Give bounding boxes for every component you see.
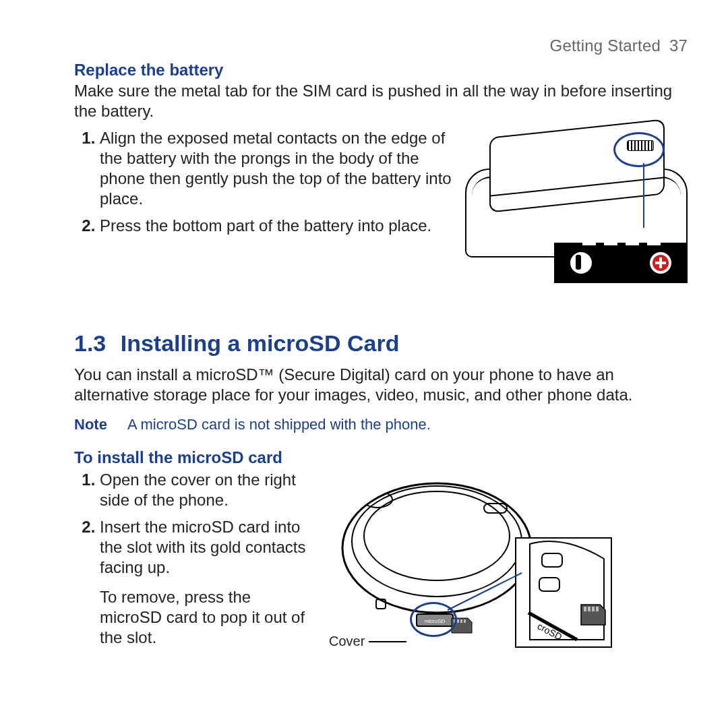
cover-label: Cover: [329, 634, 406, 649]
svg-rect-18: [596, 607, 599, 611]
section-title: 1.3 Installing a microSD Card: [74, 330, 688, 357]
section-name: Installing a microSD Card: [121, 330, 400, 356]
subheading-replace-battery: Replace the battery: [74, 61, 688, 80]
callout-leader-icon: [643, 163, 644, 228]
microsd-steps: Open the cover on the right side of the …: [74, 470, 317, 648]
battery-intro: Make sure the metal tab for the SIM card…: [74, 81, 688, 121]
note-label: Note: [74, 416, 107, 433]
microsd-intro: You can install a microSD™ (Secure Digit…: [74, 365, 688, 405]
manual-page: Getting Started 37 Replace the battery M…: [0, 0, 728, 728]
svg-point-3: [364, 491, 510, 580]
microsd-step-1: Open the cover on the right side of the …: [100, 470, 317, 510]
microsd-step-2-extra: To remove, press the microSD card to pop…: [100, 587, 317, 648]
subheading-install-microsd: To install the microSD card: [74, 448, 688, 467]
figure-microsd: microSD: [329, 470, 612, 652]
polarity-panel-icon: [554, 243, 688, 283]
cover-leader-line-icon: [369, 641, 406, 642]
microsd-detail-icon: croSD: [515, 537, 612, 648]
cover-label-text: Cover: [329, 634, 365, 649]
page-header: Getting Started 37: [74, 36, 688, 55]
note-text: A microSD card is not shipped with the p…: [127, 416, 431, 433]
figure-battery: [465, 128, 688, 283]
minus-terminal-icon: [570, 252, 592, 274]
svg-rect-16: [588, 607, 590, 611]
battery-steps: Align the exposed metal contacts on the …: [74, 128, 453, 236]
callout-ring-icon: [613, 132, 665, 167]
page-number: 37: [669, 36, 688, 55]
microsd-step-2: Insert the microSD card into the slot wi…: [100, 517, 317, 648]
plus-terminal-icon: [650, 252, 671, 274]
svg-rect-15: [584, 607, 586, 611]
microsd-step-2-text: Insert the microSD card into the slot wi…: [100, 518, 305, 576]
svg-rect-17: [592, 607, 595, 611]
battery-step-1: Align the exposed metal contacts on the …: [100, 128, 453, 209]
note-row: Note A microSD card is not shipped with …: [74, 416, 688, 433]
callout-leader-icon: [448, 570, 522, 624]
battery-step-2: Press the bottom part of the battery int…: [100, 216, 453, 236]
chapter-name: Getting Started: [550, 36, 661, 55]
section-number: 1.3: [74, 330, 106, 356]
